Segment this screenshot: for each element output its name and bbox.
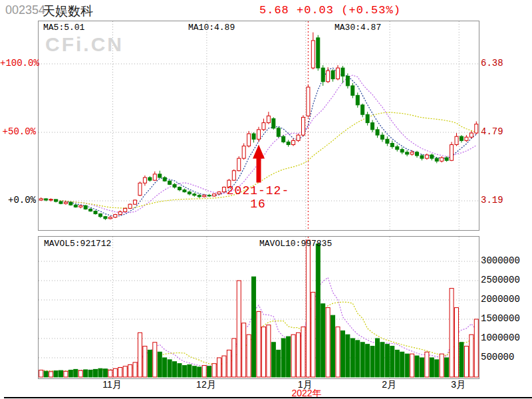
volume-bar [64, 371, 68, 377]
volume-bar [222, 356, 226, 377]
candle-body [94, 211, 97, 213]
candle-body [237, 158, 241, 171]
volume-bar [44, 371, 48, 377]
ma30-label: MA30:4.87 [334, 23, 381, 33]
candle-body [366, 114, 369, 122]
volume-bar [277, 350, 281, 377]
candle-body [425, 155, 428, 158]
candle-body [317, 38, 320, 68]
candle-body [213, 194, 216, 196]
volume-bar [188, 364, 192, 377]
candle-body [143, 178, 146, 183]
volume-bar [390, 346, 394, 377]
candle-body [351, 86, 354, 95]
volume-bar [252, 277, 256, 377]
candle-body [282, 136, 285, 142]
candle-body [406, 152, 409, 154]
volume-tick: 2000000 [481, 294, 520, 305]
volume-bar [350, 338, 354, 377]
volume-bar [445, 358, 449, 377]
candle-body [173, 184, 176, 187]
volume-bar [173, 362, 177, 377]
volume-bar [148, 350, 152, 377]
watermark-logo: CFi.CN [45, 33, 124, 56]
volume-tick: 3000000 [481, 255, 520, 266]
last-price: 5.68 [259, 4, 289, 17]
volume-bar [94, 369, 98, 377]
volume-bar [202, 366, 206, 377]
volume-bar [237, 281, 241, 377]
candle-body [336, 68, 340, 78]
volume-bar [232, 338, 236, 377]
candle-body [390, 143, 394, 146]
candle-body [321, 68, 325, 82]
candle-body [361, 105, 364, 114]
candle-body [455, 136, 458, 144]
percent-tick: +50.0% [0, 126, 36, 137]
candle-body [460, 136, 463, 140]
mavol5-label: MAVOL5:921712 [44, 239, 111, 249]
volume-bar [395, 350, 399, 377]
candle-body [79, 205, 82, 207]
volume-bar [39, 370, 43, 377]
volume-bar [326, 308, 330, 377]
volume-bar [98, 368, 102, 377]
volume-bar [435, 360, 439, 377]
candle-body [69, 202, 72, 205]
candle-body [450, 145, 454, 161]
volume-bar [410, 354, 414, 377]
percent-tick: +100.0% [0, 58, 36, 68]
candle-body [356, 95, 359, 104]
volume-bar [163, 358, 167, 377]
volume-bar [103, 369, 107, 377]
volume-chart-panel[interactable] [38, 236, 479, 379]
price-tick: 3.19 [481, 195, 503, 205]
candle-body [148, 178, 152, 180]
candle-body [118, 211, 122, 214]
volume-bar [336, 327, 340, 377]
volume-bar [405, 354, 409, 377]
candle-body [84, 205, 87, 209]
month-tick: 12月 [188, 379, 225, 390]
volume-bar [84, 370, 88, 377]
volume-bar [212, 364, 216, 377]
volume-bar [385, 344, 389, 377]
volume-bar [420, 358, 424, 377]
volume-bar [182, 366, 186, 377]
volume-chart[interactable] [39, 237, 479, 378]
candle-body [193, 194, 196, 196]
ma10-label: MA10:4.89 [188, 23, 235, 33]
bottom-frame-line [4, 397, 532, 398]
candle-body [104, 217, 107, 219]
candle-body [292, 140, 295, 144]
month-tick: 11月 [94, 379, 131, 390]
stock-code: 002354 [5, 3, 45, 17]
candle-body [39, 199, 43, 200]
candle-body [311, 41, 315, 68]
candle-body [74, 205, 77, 207]
volume-bar [74, 369, 78, 377]
volume-bar [271, 342, 275, 377]
stock-name: 天娱数科 [43, 3, 93, 20]
candle-body [346, 76, 349, 86]
candle-body [49, 200, 53, 200]
candle-body [188, 192, 191, 194]
volume-bar [261, 327, 265, 377]
month-tick: 3月 [440, 379, 477, 390]
volume-bar [88, 370, 92, 377]
price-tick: 6.38 [481, 58, 503, 68]
volume-bar [242, 323, 246, 377]
volume-bar [376, 338, 380, 377]
volume-bar [425, 352, 429, 377]
candle-body [465, 137, 468, 140]
volume-tick: 1000000 [481, 332, 520, 343]
candle-body [297, 135, 300, 140]
volume-bar [297, 332, 301, 377]
candle-body [410, 152, 414, 154]
candle-body [242, 146, 245, 159]
volume-bar [123, 366, 127, 377]
volume-bar [153, 342, 157, 377]
candle-body [114, 215, 117, 217]
candle-body [124, 208, 127, 211]
candle-body [138, 183, 142, 196]
